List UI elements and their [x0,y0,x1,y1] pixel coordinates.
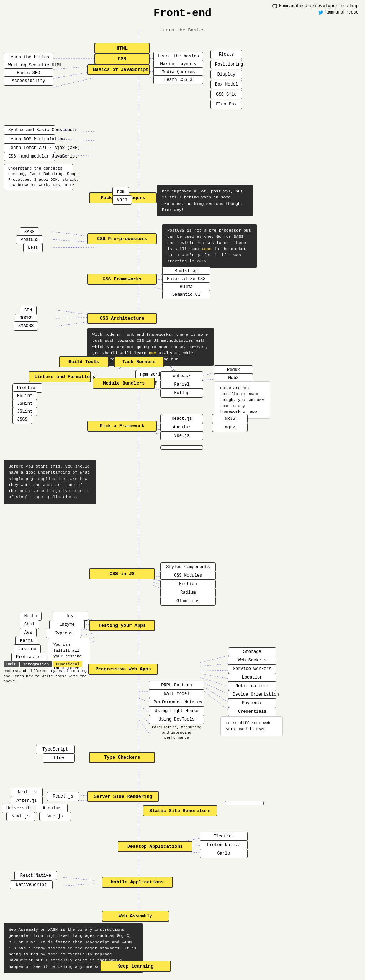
web-assembly-node: Web Assembly [102,910,169,921]
svg-line-55 [139,713,150,724]
reactjs-ssr-box: React.js [47,792,79,801]
protractor-box: Protractor [11,652,46,662]
css-node: CSS [94,54,150,65]
service-workers-box: Service Workers [228,664,276,673]
testing-badge-info: Understand different types of testing an… [3,668,89,684]
svg-line-44 [199,656,228,663]
css-architecture-node: CSS Architecture [87,313,157,324]
svg-line-63 [62,884,94,886]
css-details-box: Floats Positioning Display Box Model CSS… [210,50,242,109]
linters-node: Linters and Formatters [29,371,91,382]
task-runners-node: Task Runners [114,356,164,368]
desktop-apps-node: Desktop Applications [118,841,193,852]
css-item-3: Learn CSS 3 [153,75,203,84]
jest-box: Jest [53,611,88,621]
svg-line-17 [52,247,94,248]
rxjs-box: RxJS [212,414,248,423]
jscs-box: JSCS [13,415,32,424]
mobile-apps-node: Mobile Applications [102,877,173,888]
css-in-js-node: CSS in JS [89,568,155,579]
nextjs-box: Next.js [11,788,43,797]
yarn-box: yarn [112,195,132,205]
basics-js-node: Basics of JavaScript [87,64,150,75]
enzyme-box: Enzyme [49,620,85,629]
js-item-3: ES6+ and modular JavaScript [3,152,55,161]
svg-line-47 [199,673,228,679]
js-item-1: Learn DOM Manipulation [3,135,55,144]
semantic-ui-box: Semantic UI [162,290,210,299]
radium-box: Radium [160,588,216,597]
pick-framework-node: Pick a Framework [87,420,157,431]
lighthouse-box: Using Light House [149,706,204,716]
pwa-api-info: Learn different Web APIs used in PWAs [220,716,283,736]
nuxtjs-box: Nuxt.js [6,812,35,821]
gatsby-box [225,801,264,805]
build-tools-node: Build Tools [59,356,109,368]
rollup-box: Rollup [160,388,203,398]
reactjs-box: React.js [160,414,203,423]
vuejs-ssr-box: Vue.js [39,812,71,821]
storage-box: Storage [228,647,276,656]
npm-info: npm improved a lot, post v5+, but is sti… [157,185,253,216]
websockets-box: Web Sockets [228,656,276,665]
html-node: HTML [94,43,150,54]
pwa-node: Progressive Web Apps [88,663,158,675]
notifications-box: Notifications [228,681,276,690]
less-box: Less [23,243,43,252]
typescript-box: TypeScript [36,745,75,754]
credentials-box: Credentials [228,707,276,716]
testing-node: Testing your Apps [89,620,155,631]
prpl-box: PRPL Pattern [149,681,204,690]
electron-box: Electron [199,832,248,841]
module-bundlers-node: Module Bundlers [92,378,155,389]
proton-native-box: Proton Native [199,840,248,850]
state-info: These are not specific to React though, … [214,381,271,419]
svg-line-53 [139,698,150,702]
svg-line-56 [139,720,150,734]
testing-badges: Unit Integration Functional [3,661,82,667]
html-item-3: Accessibility [3,76,53,86]
functional-badge: Functional [53,661,82,667]
glamorous-box: Glamorous [160,597,216,606]
postcss-info: PostCSS is not a pre-processor but can b… [162,224,257,268]
rail-box: RAIL Model [149,689,204,698]
spa-info: Before you start this, you should have a… [3,460,96,504]
react-native-box: React Native [14,871,57,880]
parcel-box: Parcel [160,380,203,389]
nativescript-box: NativeScript [10,880,53,889]
page-title: Front-end [0,7,365,19]
vuex-box [160,445,203,450]
emotion-box: Emotion [160,579,216,589]
integration-badge: Integration [20,661,52,667]
payments-box: Payments [228,698,276,708]
static-site-node: Static Site Generators [143,805,217,816]
flow-box: Flow [43,753,75,763]
svg-line-62 [62,877,94,880]
learn-basics-label: Learn the Basics [0,27,365,33]
js-item-2: Learn Fetch API / Ajax (XHR) [3,143,55,153]
perf-metrics-box: Performance Metrics [149,698,204,707]
js-info-box: Understand the conceptsHosting, Event Bu… [3,164,73,190]
location-box: Location [228,673,276,682]
unit-badge: Unit [3,661,19,667]
pwa-perf-info: Calculating, Measuring and improving per… [149,725,204,741]
ngrx-box: ngrx [212,423,248,432]
angular-box: Angular [160,423,203,432]
smacss-box: SMACSS [14,321,38,331]
devtools-box: Using DevTools [149,715,204,724]
type-checkers-node: Type Checkers [89,752,155,763]
css-preprocessors-node: CSS Pre-processors [87,234,157,245]
carlo-box: Carlo [199,849,248,858]
styled-components-box: Styled Components [160,562,216,572]
vuejs-box: Vue.js [160,431,203,441]
css-frameworks-node: CSS Frameworks [87,274,157,285]
cypress-box: Cypress [46,628,81,638]
webpack-box: Webpack [160,371,203,380]
svg-line-54 [139,706,150,713]
svg-line-45 [199,663,228,667]
keep-learning-node: Keep Learning [100,961,171,972]
device-orientation-box: Device Orientation [228,690,276,699]
js-item-0: Syntax and Basic Constructs [3,126,55,135]
svg-line-46 [199,670,228,671]
ssr-node: Server Side Rendering [87,791,159,802]
